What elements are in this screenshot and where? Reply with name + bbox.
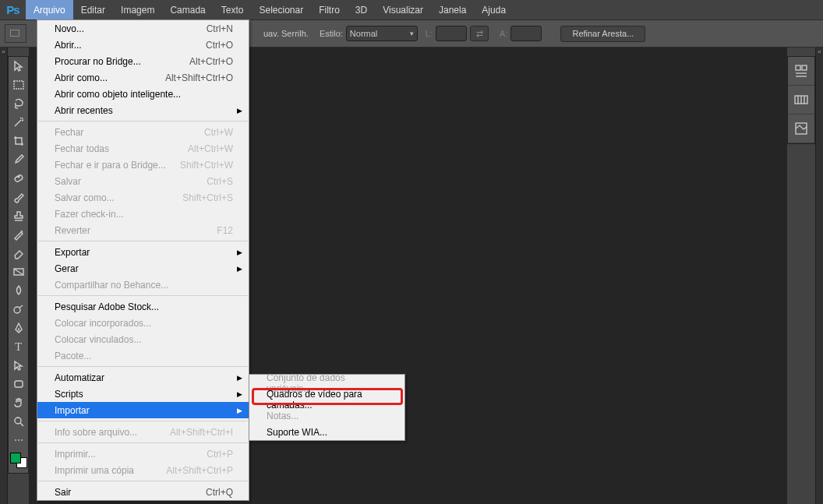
menu-shortcut: Ctrl+N xyxy=(207,23,233,34)
tool-shape[interactable] xyxy=(9,375,28,393)
color-swatches[interactable] xyxy=(9,449,28,473)
tool-lasso[interactable] xyxy=(9,94,28,113)
menu-item: ReverterF12 xyxy=(37,222,249,238)
tool-blur[interactable] xyxy=(9,281,28,300)
refine-edge-button[interactable]: Refinar Aresta... xyxy=(560,26,645,42)
edit-toolbar-button[interactable]: ⋯ xyxy=(9,431,28,449)
menu-item: Imprimir...Ctrl+P xyxy=(37,446,249,462)
menu-item: Salvar como...Shift+Ctrl+S xyxy=(37,189,249,206)
menu-item: FecharCtrl+W xyxy=(37,124,249,140)
menu-shortcut: Ctrl+P xyxy=(207,449,233,460)
menu-item-label: Info sobre arquivo... xyxy=(55,427,137,438)
menu-item: Colocar incorporados... xyxy=(37,315,249,331)
menu-item: Compartilhar no Behance... xyxy=(37,277,249,293)
menu-item: Info sobre arquivo...Alt+Shift+Ctrl+I xyxy=(37,424,249,440)
tool-wand[interactable] xyxy=(9,113,28,132)
menu-item-label: Fechar e ir para o Bridge... xyxy=(55,160,166,171)
menu-item-label: Imprimir... xyxy=(55,449,96,460)
menu-item[interactable]: Exportar▶ xyxy=(37,244,249,260)
menu-item-filtro[interactable]: Filtro xyxy=(311,0,348,19)
file-menu-dropdown: Novo...Ctrl+NAbrir...Ctrl+OProcurar no B… xyxy=(37,19,249,501)
svg-point-6 xyxy=(15,418,21,424)
menu-item[interactable]: Abrir como...Alt+Shift+Ctrl+O xyxy=(37,69,249,86)
submenu-arrow-icon: ▶ xyxy=(237,248,242,256)
submenu-item[interactable]: Suporte WIA... xyxy=(249,424,404,440)
menu-item[interactable]: Novo...Ctrl+N xyxy=(37,20,249,37)
tool-type[interactable]: T xyxy=(9,337,28,356)
right-dock-edge: « xyxy=(815,48,823,504)
import-submenu: Conjunto de dados variáveis...Quadros de… xyxy=(249,374,405,441)
menu-item-label: Colocar vinculados... xyxy=(55,334,141,345)
submenu-arrow-icon: ▶ xyxy=(237,107,242,115)
style-dropdown[interactable]: Normal▾ xyxy=(346,26,418,41)
menu-item-label: Abrir... xyxy=(55,40,82,51)
tool-brush[interactable] xyxy=(9,188,28,206)
menu-item[interactable]: Abrir...Ctrl+O xyxy=(37,37,249,53)
tool-zoom[interactable] xyxy=(9,412,28,431)
menu-item-label: Scripts xyxy=(55,389,83,400)
menu-item[interactable]: Automatizar▶ xyxy=(37,369,249,386)
menu-item[interactable]: Pesquisar Adobe Stock... xyxy=(37,298,249,315)
tool-gradient[interactable] xyxy=(9,263,28,281)
menu-item-editar[interactable]: Editar xyxy=(73,0,113,19)
tool-marquee[interactable] xyxy=(9,76,28,94)
height-field xyxy=(510,26,542,41)
menu-shortcut: Shift+Ctrl+S xyxy=(182,192,233,203)
submenu-arrow-icon: ▶ xyxy=(237,390,242,398)
menu-item-selecionar[interactable]: Selecionar xyxy=(251,0,311,19)
menu-item-visualizar[interactable]: Visualizar xyxy=(375,0,431,19)
menu-item-label: Fechar todas xyxy=(55,143,109,154)
menu-item-ajuda[interactable]: Ajuda xyxy=(474,0,514,19)
menu-item-camada[interactable]: Camada xyxy=(162,0,213,19)
menu-shortcut: Alt+Shift+Ctrl+I xyxy=(170,427,233,438)
tool-eyedropper[interactable] xyxy=(9,150,28,169)
tool-hand[interactable] xyxy=(9,393,28,412)
tool-path[interactable] xyxy=(9,356,28,375)
menu-shortcut: Alt+Ctrl+W xyxy=(188,143,233,154)
submenu-item[interactable]: Quadros de vídeo para camadas... xyxy=(249,391,404,407)
menu-item: Fechar todasAlt+Ctrl+W xyxy=(37,140,249,157)
menu-shortcut: Ctrl+O xyxy=(206,40,233,51)
menu-item-texto[interactable]: Texto xyxy=(214,0,252,19)
tool-stamp[interactable] xyxy=(9,206,28,225)
submenu-item-label: Notas... xyxy=(267,411,298,421)
menu-shortcut: Ctrl+Q xyxy=(206,487,233,498)
menu-item-label: Exportar xyxy=(55,247,90,258)
menu-item-label: Sair xyxy=(55,487,71,498)
right-panel-dock xyxy=(787,56,815,144)
app-logo: Ps xyxy=(0,0,26,19)
svg-rect-7 xyxy=(796,65,800,70)
menu-shortcut: Shift+Ctrl+W xyxy=(180,160,233,171)
menu-item-label: Fechar xyxy=(55,127,83,138)
menu-item-imagem[interactable]: Imagem xyxy=(113,0,162,19)
tool-preset-picker[interactable] xyxy=(5,24,26,43)
menu-item[interactable]: SairCtrl+Q xyxy=(37,484,249,500)
menu-item-label: Salvar como... xyxy=(55,192,115,203)
menu-item-label: Abrir como objeto inteligente... xyxy=(55,89,181,100)
menu-item[interactable]: Gerar▶ xyxy=(37,260,249,277)
menu-item-label: Reverter xyxy=(55,225,90,236)
menu-item[interactable]: Scripts▶ xyxy=(37,386,249,402)
tool-crop[interactable] xyxy=(9,132,28,150)
tool-move[interactable] xyxy=(9,57,28,76)
tool-eraser[interactable] xyxy=(9,244,28,263)
tool-healing[interactable] xyxy=(9,169,28,188)
svg-rect-5 xyxy=(15,381,23,387)
menu-item-label: Salvar xyxy=(55,176,81,187)
menu-item-3d[interactable]: 3D xyxy=(348,0,375,19)
menu-item-janela[interactable]: Janela xyxy=(431,0,474,19)
svg-rect-2 xyxy=(14,174,23,182)
menu-item-arquivo[interactable]: Arquivo xyxy=(26,0,73,19)
libraries-panel-icon[interactable] xyxy=(788,115,814,143)
menu-item[interactable]: Procurar no Bridge...Alt+Ctrl+O xyxy=(37,53,249,69)
tool-pen[interactable] xyxy=(9,319,28,337)
tool-history[interactable] xyxy=(9,225,28,244)
menu-item: Fazer check-in... xyxy=(37,206,249,222)
menu-item-label: Compartilhar no Behance... xyxy=(55,280,168,291)
tool-dodge[interactable] xyxy=(9,300,28,319)
menu-item[interactable]: Importar▶ xyxy=(37,402,249,418)
color-panel-icon[interactable] xyxy=(788,86,814,115)
history-panel-icon[interactable] xyxy=(788,57,814,86)
menu-item[interactable]: Abrir como objeto inteligente... xyxy=(37,86,249,102)
menu-item[interactable]: Abrir recentes▶ xyxy=(37,102,249,118)
